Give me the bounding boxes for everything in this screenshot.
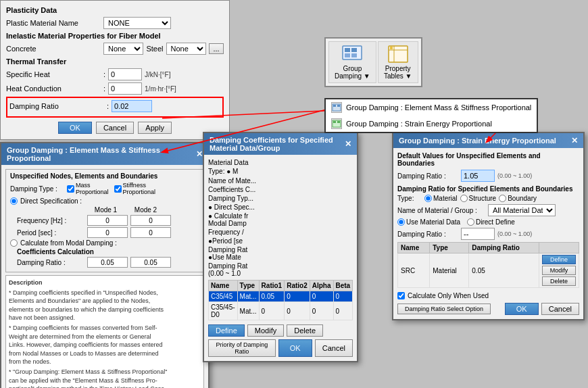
direct-define-text: Direct Define	[476, 218, 515, 226]
type-label-strain: Type:	[397, 195, 422, 202]
description-title: Description	[9, 278, 201, 287]
table-row[interactable]: C35/45-D0 Mat... 0 0 0 0	[209, 302, 353, 320]
dialog-mass-close[interactable]: ✕	[196, 149, 203, 159]
boundary-radio-label[interactable]: Boundary	[499, 195, 537, 202]
plastic-name-label: Plastic Material Name	[6, 19, 101, 27]
damping-type-label-inner: Damping Typ...	[208, 195, 353, 202]
th-name: Name	[209, 281, 238, 291]
strain-th-name: Name	[398, 243, 430, 253]
strain-define-btn[interactable]: Define	[542, 255, 576, 264]
table-row[interactable]: C35/45 Mat... 0.05 0 0 0	[209, 291, 353, 302]
concrete-select[interactable]: None	[103, 43, 143, 55]
calc-only-row: Calculate Only When Used	[397, 292, 579, 299]
structure-option: Structure	[469, 195, 497, 202]
heat-conduction-input[interactable]	[108, 82, 142, 95]
desc-line-11: can be applied with the "Element Mass & …	[9, 377, 201, 385]
svg-rect-7	[351, 53, 357, 57]
use-material-text: Use Material Data	[406, 218, 460, 226]
strain-delete-btn[interactable]: Delete	[542, 276, 576, 286]
calc-only-checkbox[interactable]	[397, 292, 405, 299]
svg-rect-13	[333, 105, 336, 107]
specific-heat-input[interactable]	[108, 68, 142, 80]
dropdown-item-strain-energy[interactable]: Group Damping : Strain Energy Proportion…	[326, 116, 537, 132]
dialog-strain-close[interactable]: ✕	[571, 136, 578, 145]
thermal-section-title: Thermal Transfer	[6, 57, 224, 66]
use-material-radio[interactable]	[397, 218, 405, 226]
dialog-damp-coeff-close[interactable]: ✕	[345, 139, 351, 149]
coeff-c-label: Coefficients C...	[208, 186, 353, 193]
dialog-strain-title-bar: Group Damping : Strain Energy Proportion…	[393, 133, 583, 148]
material-radio-label[interactable]: Material	[424, 195, 458, 202]
more-button[interactable]: ...	[209, 43, 224, 54]
dialog-damp-coeff-title-bar: Damping Coefficients for Specified Mater…	[204, 133, 357, 155]
plastic-name-row: Plastic Material Name NONE	[6, 17, 224, 29]
structure-radio[interactable]	[460, 195, 468, 202]
strain-th-actions	[539, 243, 579, 253]
strain-ratio-input[interactable]	[461, 228, 495, 240]
damp-coeff-modify-btn[interactable]: Modify	[247, 324, 284, 337]
strain-damping-ratio-input[interactable]	[461, 170, 495, 182]
calc-from-modal-radio[interactable]	[10, 239, 18, 247]
dialog-damp-coeff-title-text: Damping Coefficients for Specified Mater…	[210, 136, 345, 152]
damping-type-label: Damping Type :	[10, 185, 64, 193]
heat-conduction-unit: 1/m·hr·[°F]	[145, 85, 176, 93]
material-radio[interactable]	[424, 195, 432, 202]
damping-ratio-select-btn[interactable]: Damping Ratio Select Option	[397, 304, 491, 314]
calc-only-label[interactable]: Calculate Only When Used	[397, 292, 579, 299]
freq-mode1-input[interactable]	[87, 215, 128, 226]
group-damping-toolbar-btn[interactable]: Group Damping ▼	[328, 41, 376, 83]
period-label-inner: ●Period [se	[208, 237, 353, 245]
strain-th-type: Type	[430, 243, 469, 253]
strain-damping-ratio-range: (0.00 ~ 1.00)	[497, 172, 532, 179]
ok-button[interactable]: OK	[58, 122, 92, 134]
steel-select[interactable]: None	[166, 43, 206, 55]
th-type: Type	[237, 281, 259, 291]
stiffness-proportional-checkbox[interactable]	[114, 185, 122, 193]
name-of-mat-label: Name of Mate...	[208, 177, 353, 185]
cell-ratio2-1: 0	[285, 291, 310, 302]
plastic-name-select[interactable]: NONE	[103, 17, 171, 29]
period-mode2-input[interactable]	[130, 227, 171, 238]
apply-button[interactable]: Apply	[138, 122, 172, 134]
th-ratio2: Ratio2	[285, 281, 310, 291]
mass-proportional-checkbox[interactable]	[67, 185, 74, 193]
strain-table-row[interactable]: SRC Material 0.05 Define Modify Delete	[398, 253, 579, 288]
strain-cancel-btn[interactable]: Cancel	[541, 303, 579, 315]
mass-proportional-check[interactable]: MassProportional	[67, 182, 109, 195]
mode-headers-row: Mode 1 Mode 2 Frequency [Hz] : Period [s…	[17, 206, 199, 238]
damp-coeff-define-btn[interactable]: Define	[208, 324, 245, 337]
name-of-material-label: Name of Material / Group :	[397, 207, 485, 214]
structure-radio-label[interactable]: Structure	[460, 195, 497, 202]
damping-ratio-input[interactable]	[112, 100, 152, 112]
boundary-option: Boundary	[508, 195, 537, 202]
direct-define-radio[interactable]	[467, 218, 474, 226]
name-of-material-select[interactable]: All Material Data	[488, 204, 556, 216]
dialog-mass-title-bar: Group Damping : Element Mass & Stiffness…	[1, 143, 208, 165]
ok-damp-coeff-btn[interactable]: OK	[278, 339, 312, 357]
desc-line-7: Links. However, damping coefficients for…	[9, 341, 201, 349]
strain-ok-btn[interactable]: OK	[505, 303, 539, 315]
damping-ratio-mode2-input[interactable]	[130, 257, 171, 268]
period-label: Period [sec] :	[17, 229, 84, 237]
damping-ratio-for-label: Damping Ratio for Specified Elements and…	[397, 185, 579, 193]
boundary-radio[interactable]	[499, 195, 506, 202]
cancel-damp-coeff-btn[interactable]: Cancel	[315, 339, 353, 357]
freq-mode2-input[interactable]	[130, 215, 171, 226]
strain-ratio-input-row: Damping Ratio : (0.00 ~ 1.00)	[397, 228, 579, 240]
strain-modify-btn[interactable]: Modify	[542, 266, 576, 275]
cancel-button[interactable]: Cancel	[96, 122, 134, 134]
steel-label: Steel	[146, 45, 163, 53]
dropdown-item-mass-stiffness[interactable]: Group Damping : Element Mass & Stiffness…	[326, 99, 537, 116]
priority-btn[interactable]: Priority of Damping Ratio	[208, 339, 276, 357]
stiffness-proportional-check[interactable]: StiffnessProportional	[114, 182, 156, 195]
damp-coeff-delete-btn[interactable]: Delete	[287, 324, 323, 337]
strain-table: Name Type Damping Ratio SRC Material 0.0…	[397, 242, 579, 288]
use-material-label[interactable]: Use Material Data	[397, 218, 460, 226]
damping-ratio-mode1-input[interactable]	[87, 257, 128, 268]
direct-define-label[interactable]: Direct Define	[467, 218, 515, 226]
property-tables-toolbar-btn[interactable]: Property Tables ▼	[378, 41, 418, 83]
period-mode1-input[interactable]	[87, 227, 128, 238]
direct-spec-radio[interactable]	[10, 197, 18, 205]
unspecified-section: Unspecified Nodes, Elements and Boundari…	[5, 169, 204, 272]
strain-bottom-row: Damping Ratio Select Option OK Cancel	[397, 303, 579, 315]
